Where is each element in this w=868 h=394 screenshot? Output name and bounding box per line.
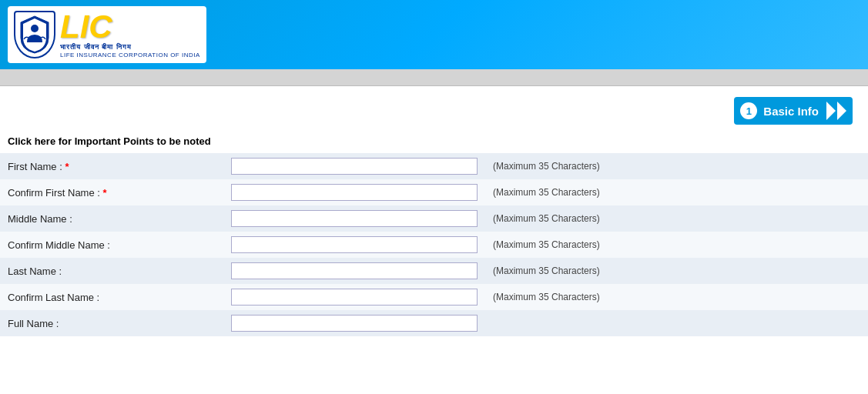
badge-arrows	[825, 102, 846, 120]
logo-container: LIC भारतीय जीवन बीमा निगम LIFE INSURANCE…	[8, 6, 206, 63]
hint-confirm_last_name: (Maximum 35 Characters)	[485, 284, 868, 310]
page-header: LIC भारतीय जीवन बीमा निगम LIFE INSURANCE…	[0, 0, 868, 69]
input-middle_name[interactable]	[231, 210, 478, 227]
required-marker: *	[65, 161, 69, 172]
form-row-last_name: Last Name :(Maximum 35 Characters)	[0, 258, 868, 284]
subheader-bar	[0, 69, 868, 86]
input-full_name[interactable]	[231, 315, 478, 332]
lic-brand-text: LIC	[60, 11, 200, 43]
input-cell-full_name	[223, 310, 485, 336]
lic-hindi-text: भारतीय जीवन बीमा निगम	[60, 43, 200, 52]
input-cell-confirm_middle_name	[223, 232, 485, 258]
hint-middle_name: (Maximum 35 Characters)	[485, 205, 868, 232]
input-cell-middle_name	[223, 205, 485, 232]
label-middle_name: Middle Name :	[0, 205, 223, 232]
basic-info-bar: 1 Basic Info	[0, 86, 868, 132]
input-last_name[interactable]	[231, 262, 478, 279]
hint-confirm_middle_name: (Maximum 35 Characters)	[485, 232, 868, 258]
lic-text-block: LIC भारतीय जीवन बीमा निगम LIFE INSURANCE…	[60, 11, 200, 58]
hint-full_name	[485, 310, 868, 336]
svg-point-0	[31, 25, 39, 32]
input-cell-last_name	[223, 258, 485, 284]
label-confirm_middle_name: Confirm Middle Name :	[0, 232, 223, 258]
hint-last_name: (Maximum 35 Characters)	[485, 258, 868, 284]
hint-first_name: (Maximum 35 Characters)	[485, 153, 868, 179]
badge-label: Basic Info	[763, 105, 819, 118]
label-last_name: Last Name :	[0, 258, 223, 284]
label-confirm_first_name: Confirm First Name : *	[0, 179, 223, 205]
input-cell-first_name	[223, 153, 485, 179]
arrow-icon-2	[837, 102, 846, 120]
form-row-confirm_last_name: Confirm Last Name :(Maximum 35 Character…	[0, 284, 868, 310]
form-row-middle_name: Middle Name :(Maximum 35 Characters)	[0, 205, 868, 232]
label-first_name: First Name : *	[0, 153, 223, 179]
input-first_name[interactable]	[231, 158, 478, 175]
badge-step-number: 1	[740, 102, 757, 119]
label-full_name: Full Name :	[0, 310, 223, 336]
required-marker: *	[103, 187, 107, 199]
form-row-first_name: First Name : *(Maximum 35 Characters)	[0, 153, 868, 179]
input-cell-confirm_last_name	[223, 284, 485, 310]
lic-english-text: LIFE INSURANCE CORPORATION OF INDIA	[60, 52, 200, 58]
lic-shield-logo	[14, 11, 55, 58]
hint-confirm_first_name: (Maximum 35 Characters)	[485, 179, 868, 205]
form-row-confirm_middle_name: Confirm Middle Name :(Maximum 35 Charact…	[0, 232, 868, 258]
input-confirm_first_name[interactable]	[231, 184, 478, 201]
form-row-full_name: Full Name :	[0, 310, 868, 336]
basic-info-badge[interactable]: 1 Basic Info	[734, 97, 853, 125]
label-confirm_last_name: Confirm Last Name :	[0, 284, 223, 310]
important-note-link[interactable]: Click here for Important Points to be no…	[0, 132, 868, 153]
main-content: 1 Basic Info Click here for Important Po…	[0, 86, 868, 394]
registration-form: First Name : *(Maximum 35 Characters)Con…	[0, 153, 868, 336]
input-confirm_middle_name[interactable]	[231, 236, 478, 253]
input-confirm_last_name[interactable]	[231, 289, 478, 306]
form-row-confirm_first_name: Confirm First Name : *(Maximum 35 Charac…	[0, 179, 868, 205]
arrow-icon-1	[826, 102, 836, 120]
input-cell-confirm_first_name	[223, 179, 485, 205]
